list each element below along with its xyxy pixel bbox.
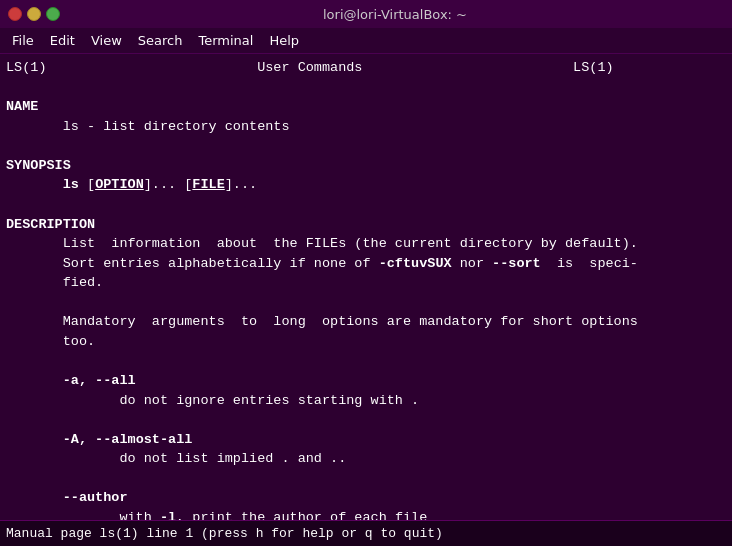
terminal-content[interactable]: LS(1) User Commands LS(1) NAME ls - list…	[0, 54, 732, 520]
header-left: LS(1) User Commands LS(1)	[6, 60, 614, 75]
menu-view[interactable]: View	[83, 31, 130, 50]
section-description: DESCRIPTION	[6, 217, 95, 232]
menu-help[interactable]: Help	[261, 31, 307, 50]
terminal-text: LS(1) User Commands LS(1) NAME ls - list…	[6, 58, 726, 520]
section-synopsis: SYNOPSIS	[6, 158, 71, 173]
title-bar: lori@lori-VirtualBox: ~	[0, 0, 732, 28]
menu-file[interactable]: File	[4, 31, 42, 50]
close-button[interactable]	[8, 7, 22, 21]
section-name: NAME	[6, 99, 38, 114]
menu-edit[interactable]: Edit	[42, 31, 83, 50]
status-text: Manual page ls(1) line 1 (press h for he…	[6, 526, 443, 541]
menu-terminal[interactable]: Terminal	[190, 31, 261, 50]
maximize-button[interactable]	[46, 7, 60, 21]
menu-search[interactable]: Search	[130, 31, 191, 50]
window-controls	[8, 7, 60, 21]
window-title: lori@lori-VirtualBox: ~	[66, 7, 724, 22]
minimize-button[interactable]	[27, 7, 41, 21]
status-bar: Manual page ls(1) line 1 (press h for he…	[0, 520, 732, 546]
menu-bar: File Edit View Search Terminal Help	[0, 28, 732, 54]
